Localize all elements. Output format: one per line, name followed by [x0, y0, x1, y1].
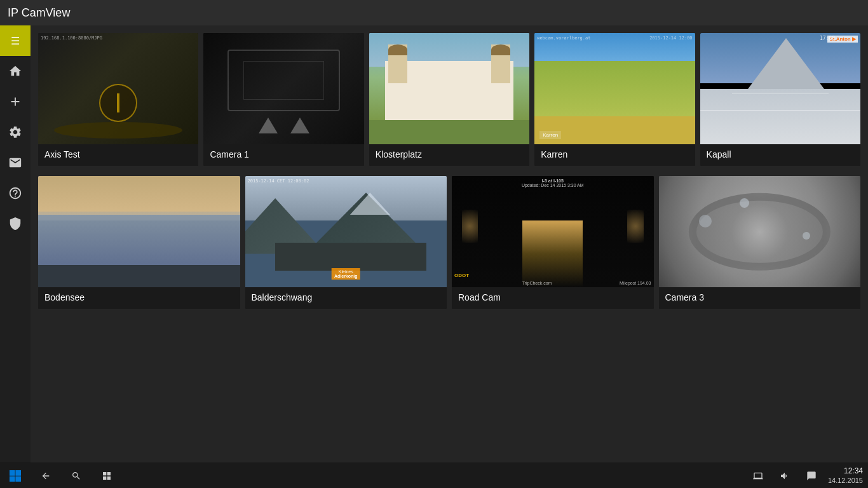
kapall-mountain — [700, 89, 860, 145]
sidebar: ☰ — [0, 25, 31, 463]
camera-label-karren: Karren — [534, 144, 695, 166]
camera-card-roadcam[interactable]: I-5 at I-105 Updated: Dec 14 2015 3:30 A… — [452, 176, 654, 309]
camera-label-balderschwang: Balderschwang — [245, 287, 447, 309]
roadcam-odot: ODOT — [454, 273, 469, 278]
hamburger-icon: ☰ — [11, 35, 20, 47]
camera1-arrows — [259, 118, 309, 133]
camera-thumb-kapall: St.Anton ▶ 17:00 — [700, 33, 860, 144]
main-layout: ☰ — [0, 25, 868, 463]
bodensee-sky — [38, 176, 240, 215]
camera-card-karren[interactable]: webcam.vorarlberg.at 2015-12-14 12:00 Ka… — [534, 33, 695, 166]
view-icon — [102, 471, 112, 481]
start-button[interactable] — [5, 466, 25, 486]
camera-thumb-roadcam: I-5 at I-105 Updated: Dec 14 2015 3:30 A… — [452, 176, 654, 287]
camera-label-camera1: Camera 1 — [203, 144, 363, 166]
sidebar-item-help[interactable] — [0, 178, 31, 208]
settings-icon — [8, 125, 22, 139]
notification-icon[interactable] — [748, 466, 768, 486]
add-icon — [8, 95, 22, 109]
sidebar-item-add[interactable] — [0, 86, 31, 117]
camera-card-axis-test[interactable]: 192.168.1.100:8080/MJPG Axis Test — [38, 33, 198, 166]
camera-grid-row2: Bodensee 2015-12-14 CET 12:00:02 — [36, 173, 863, 311]
road-light-beam — [522, 220, 583, 287]
balderschwang-timestamp: 2015-12-14 CET 12:00:02 — [248, 179, 309, 184]
camera-thumb-klosterplatz — [369, 33, 529, 144]
sidebar-item-mail[interactable] — [0, 147, 31, 178]
computer-icon — [753, 471, 763, 481]
taskbar-date-display: 14.12.2015 — [828, 476, 863, 485]
camera-label-kapall: Kapall — [700, 144, 860, 166]
home-icon — [8, 64, 22, 78]
camera-label-roadcam: Road Cam — [452, 287, 654, 309]
sidebar-item-home[interactable] — [0, 56, 31, 86]
camera-thumb-axis-test: 192.168.1.100:8080/MJPG — [38, 33, 198, 144]
roadcam-header: I-5 at I-105 Updated: Dec 14 2015 3:30 A… — [522, 179, 584, 187]
speaker-icon — [780, 471, 790, 481]
bodensee-shore — [38, 265, 240, 287]
taskbar-left — [5, 466, 117, 486]
karren-name-overlay: Karren — [539, 131, 561, 139]
camera-card-kapall[interactable]: St.Anton ▶ 17:00 Kapall — [700, 33, 860, 166]
volume-icon[interactable] — [775, 466, 795, 486]
karren-hills — [534, 61, 695, 117]
camera-thumb-bodensee — [38, 176, 240, 287]
camera-label-camera3: Camera 3 — [659, 287, 861, 309]
search-icon — [71, 471, 81, 481]
karren-overlay-top: webcam.vorarlberg.at — [537, 36, 590, 41]
camera-thumb-camera1 — [203, 33, 363, 144]
help-icon — [8, 186, 22, 200]
camera-thumb-camera3 — [659, 176, 861, 287]
karren-overlay-topright: 2015-12-14 12:00 — [649, 36, 692, 41]
roadcam-footer: TripCheck.com Milepost 194.03 — [454, 281, 651, 285]
back-icon — [41, 471, 51, 481]
bodensee-water — [38, 215, 240, 265]
camera-label-klosterplatz: Klosterplatz — [369, 144, 529, 166]
chat-icon[interactable] — [801, 466, 822, 486]
taskbar-time-display: 12:34 — [828, 466, 863, 477]
content-area: 192.168.1.100:8080/MJPG Axis Test — [31, 25, 868, 463]
taskbar-clock: 12:34 14.12.2015 — [828, 466, 863, 485]
camera-card-bodensee[interactable]: Bodensee — [38, 176, 240, 309]
camera-card-klosterplatz[interactable]: Klosterplatz — [369, 33, 529, 166]
camera-thumb-karren: webcam.vorarlberg.at 2015-12-14 12:00 Ka… — [534, 33, 695, 144]
taskbar-right: 12:34 14.12.2015 — [748, 466, 863, 486]
balderschwang-logo: Kleines Adlerkonig — [332, 268, 360, 280]
camera-card-camera3[interactable]: Camera 3 — [659, 176, 861, 309]
windows-icon — [10, 470, 21, 482]
mail-icon — [8, 156, 22, 170]
view-button[interactable] — [97, 466, 117, 486]
sidebar-item-hamburger[interactable]: ☰ — [0, 25, 31, 56]
axis-overlay-text: 192.168.1.100:8080/MJPG — [41, 36, 102, 41]
message-icon — [806, 471, 817, 481]
app-title: IP CamView — [8, 6, 70, 20]
camera-grid-row1: 192.168.1.100:8080/MJPG Axis Test — [36, 30, 863, 168]
camera-thumb-balderschwang: 2015-12-14 CET 12:00:02 Kleines Adlerkon… — [245, 176, 447, 287]
sidebar-item-settings[interactable] — [0, 117, 31, 147]
camera-card-balderschwang[interactable]: 2015-12-14 CET 12:00:02 Kleines Adlerkon… — [245, 176, 447, 309]
camera-card-camera1[interactable]: Camera 1 — [203, 33, 363, 166]
taskbar: 12:34 14.12.2015 — [0, 463, 868, 488]
axis-shape — [99, 84, 137, 122]
shield-icon — [8, 217, 22, 231]
camera3-ring — [689, 193, 830, 271]
kapall-peak — [748, 38, 824, 89]
sidebar-item-shield[interactable] — [0, 208, 31, 239]
camera-label-bodensee: Bodensee — [38, 287, 240, 309]
camera-label-axis-test: Axis Test — [38, 144, 198, 166]
back-button[interactable] — [36, 466, 56, 486]
search-button[interactable] — [66, 466, 86, 486]
title-bar: IP CamView — [0, 0, 868, 25]
